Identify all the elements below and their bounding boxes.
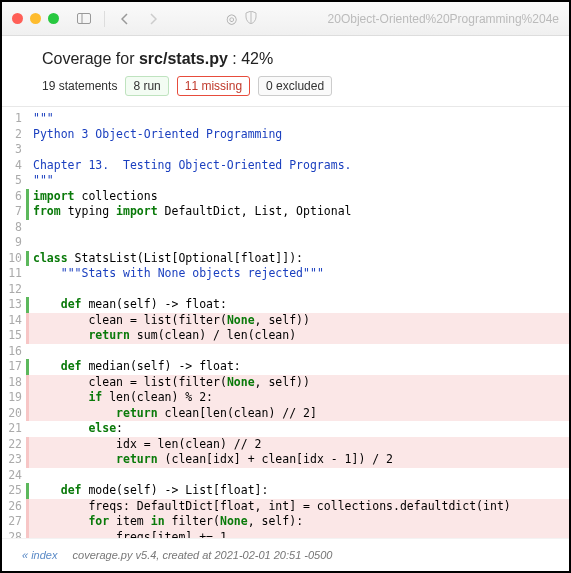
reader-icon[interactable]: ◎	[226, 11, 237, 27]
code-text	[29, 344, 569, 360]
code-line: 10class StatsList(List[Optional[float]])…	[2, 251, 569, 267]
code-line: 28 freqs[item] += 1	[2, 530, 569, 538]
code-text	[29, 235, 569, 251]
svg-rect-0	[78, 14, 91, 24]
code-line: 9	[2, 235, 569, 251]
maximize-icon[interactable]	[48, 13, 59, 24]
line-number: 5	[2, 173, 26, 189]
code-line: 4Chapter 13. Testing Object-Oriented Pro…	[2, 158, 569, 174]
code-line: 22 idx = len(clean) // 2	[2, 437, 569, 453]
code-text	[29, 220, 569, 236]
code-line: 26 freqs: DefaultDict[float, int] = coll…	[2, 499, 569, 515]
page-title: Coverage for src/stats.py : 42%	[42, 50, 529, 68]
code-text: def mode(self) -> List[float]:	[29, 483, 569, 499]
line-number: 25	[2, 483, 26, 499]
code-line: 17 def median(self) -> float:	[2, 359, 569, 375]
code-line: 8	[2, 220, 569, 236]
line-number: 18	[2, 375, 26, 391]
excluded-badge[interactable]: 0 excluded	[258, 76, 332, 96]
code-text	[29, 142, 569, 158]
sidebar-toggle-icon[interactable]	[73, 9, 95, 29]
code-line: 25 def mode(self) -> List[float]:	[2, 483, 569, 499]
code-text: for item in filter(None, self):	[29, 514, 569, 530]
line-number: 28	[2, 530, 26, 538]
code-text: idx = len(clean) // 2	[29, 437, 569, 453]
code-text: freqs: DefaultDict[float, int] = collect…	[29, 499, 569, 515]
code-text: from typing import DefaultDict, List, Op…	[29, 204, 569, 220]
code-text: return (clean[idx] + clean[idx - 1]) / 2	[29, 452, 569, 468]
line-number: 7	[2, 204, 26, 220]
code-text: """Stats with None objects rejected"""	[29, 266, 569, 282]
code-text: """	[29, 173, 569, 189]
code-line: 13 def mean(self) -> float:	[2, 297, 569, 313]
code-text: return sum(clean) / len(clean)	[29, 328, 569, 344]
line-number: 11	[2, 266, 26, 282]
line-number: 15	[2, 328, 26, 344]
titlebar: ◎ 20Object-Oriented%20Programming%204e	[2, 2, 569, 36]
forward-button[interactable]	[142, 9, 164, 29]
code-text: else:	[29, 421, 569, 437]
code-text: Python 3 Object-Oriented Programming	[29, 127, 569, 143]
back-button[interactable]	[114, 9, 136, 29]
window-controls	[12, 13, 59, 24]
code-line: 21 else:	[2, 421, 569, 437]
code-line: 14 clean = list(filter(None, self))	[2, 313, 569, 329]
source-listing: 1"""2Python 3 Object-Oriented Programmin…	[2, 107, 569, 538]
run-badge[interactable]: 8 run	[125, 76, 168, 96]
line-number: 12	[2, 282, 26, 298]
coverage-summary: 19 statements 8 run 11 missing 0 exclude…	[42, 76, 529, 96]
code-line: 20 return clean[len(clean) // 2]	[2, 406, 569, 422]
line-number: 19	[2, 390, 26, 406]
line-number: 9	[2, 235, 26, 251]
code-text: def mean(self) -> float:	[29, 297, 569, 313]
line-number: 27	[2, 514, 26, 530]
line-number: 22	[2, 437, 26, 453]
line-number: 8	[2, 220, 26, 236]
line-number: 3	[2, 142, 26, 158]
code-line: 24	[2, 468, 569, 484]
footer: « index coverage.py v5.4, created at 202…	[2, 538, 569, 571]
code-line: 6import collections	[2, 189, 569, 205]
code-line: 7from typing import DefaultDict, List, O…	[2, 204, 569, 220]
line-number: 16	[2, 344, 26, 360]
index-link[interactable]: « index	[22, 549, 57, 561]
code-line: 18 clean = list(filter(None, self))	[2, 375, 569, 391]
statements-count: 19 statements	[42, 79, 117, 93]
line-number: 1	[2, 111, 26, 127]
line-number: 24	[2, 468, 26, 484]
line-number: 20	[2, 406, 26, 422]
line-number: 17	[2, 359, 26, 375]
browser-window: ◎ 20Object-Oriented%20Programming%204e C…	[2, 2, 569, 571]
line-number: 6	[2, 189, 26, 205]
code-text: class StatsList(List[Optional[float]]):	[29, 251, 569, 267]
line-number: 13	[2, 297, 26, 313]
code-line: 23 return (clean[idx] + clean[idx - 1]) …	[2, 452, 569, 468]
code-text	[29, 468, 569, 484]
code-text	[29, 282, 569, 298]
close-icon[interactable]	[12, 13, 23, 24]
line-number: 14	[2, 313, 26, 329]
url-field[interactable]: 20Object-Oriented%20Programming%204e	[328, 12, 559, 26]
code-text: if len(clean) % 2:	[29, 390, 569, 406]
shield-icon[interactable]	[245, 11, 257, 27]
code-line: 16	[2, 344, 569, 360]
code-text: """	[29, 111, 569, 127]
line-number: 26	[2, 499, 26, 515]
coverage-header: Coverage for src/stats.py : 42% 19 state…	[2, 36, 569, 107]
line-number: 23	[2, 452, 26, 468]
code-text: return clean[len(clean) // 2]	[29, 406, 569, 422]
code-line: 2Python 3 Object-Oriented Programming	[2, 127, 569, 143]
line-number: 21	[2, 421, 26, 437]
code-line: 5"""	[2, 173, 569, 189]
code-text: Chapter 13. Testing Object-Oriented Prog…	[29, 158, 569, 174]
code-text: clean = list(filter(None, self))	[29, 313, 569, 329]
minimize-icon[interactable]	[30, 13, 41, 24]
code-line: 1"""	[2, 111, 569, 127]
missing-badge[interactable]: 11 missing	[177, 76, 250, 96]
code-text: import collections	[29, 189, 569, 205]
line-number: 4	[2, 158, 26, 174]
code-line: 3	[2, 142, 569, 158]
code-line: 12	[2, 282, 569, 298]
line-number: 10	[2, 251, 26, 267]
code-line: 19 if len(clean) % 2:	[2, 390, 569, 406]
